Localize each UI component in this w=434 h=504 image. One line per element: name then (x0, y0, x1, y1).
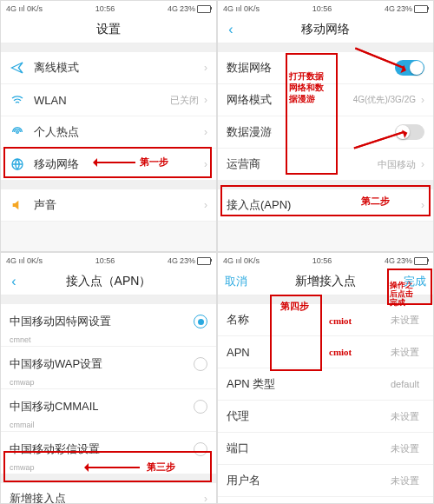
page-title: 设置 (1, 22, 216, 37)
status-bar: 4G ııl 0K/s 10:56 4G 23% (1, 1, 216, 17)
status-bar: 4G ııl 0K/s 10:56 4G 23% (218, 1, 433, 17)
radio-off[interactable] (194, 442, 207, 456)
row-hotspot[interactable]: 个人热点› (1, 116, 216, 149)
row-data-network[interactable]: 数据网络 (218, 52, 433, 84)
row-wlan[interactable]: WLAN已关闭› (1, 84, 216, 116)
apn-option-cmmail[interactable]: 中国移动CMMAILcmmail (1, 389, 216, 432)
nav-bar: ‹ 接入点（APN） (1, 269, 216, 295)
chevron-icon: › (421, 158, 424, 170)
field-password[interactable]: 密码未设置 (218, 497, 433, 504)
row-apn[interactable]: 接入点(APN)› (218, 189, 433, 222)
status-bar: 4G ııl 0K/s 10:56 4G 23% (1, 253, 216, 269)
arrow-1 (96, 162, 135, 163)
field-name[interactable]: 名称未设置 (218, 304, 433, 336)
svg-point-0 (16, 131, 19, 134)
nav-bar: ‹ 移动网络 (218, 17, 433, 43)
nav-bar: 取消 新增接入点 完成 (218, 269, 433, 295)
field-username[interactable]: 用户名未设置 (218, 465, 433, 497)
field-port[interactable]: 端口未设置 (218, 433, 433, 465)
page-title: 新增接入点 (218, 274, 433, 289)
row-airplane[interactable]: 离线模式› (1, 52, 216, 84)
radio-on[interactable] (194, 315, 207, 328)
cancel-button[interactable]: 取消 (225, 274, 247, 289)
page-title: 移动网络 (218, 22, 433, 37)
field-apn[interactable]: APN未设置 (218, 336, 433, 368)
chevron-icon: › (421, 94, 424, 106)
chevron-icon: › (421, 199, 424, 211)
pane-settings: 4G ııl 0K/s 10:56 4G 23% 设置 离线模式› WLAN已关… (0, 0, 217, 252)
row-add-apn[interactable]: 新增接入点› (1, 483, 216, 504)
row-network-mode[interactable]: 网络模式4G(优先)/3G/2G› (218, 84, 433, 116)
status-signal: 4G (6, 4, 16, 13)
row-mobile-network[interactable]: 移动网络› (1, 149, 216, 181)
row-sound[interactable]: 声音› (1, 189, 216, 222)
page-title: 接入点（APN） (1, 274, 216, 289)
field-apn-type[interactable]: APN 类型default (218, 368, 433, 401)
chevron-icon: › (204, 493, 207, 504)
pane-apn-list: 4G ııl 0K/s 10:56 4G 23% ‹ 接入点（APN） 中国移动… (0, 252, 217, 504)
status-speed: 0K/s (27, 4, 43, 13)
wifi-icon (10, 92, 25, 108)
arrow-3 (88, 467, 140, 468)
globe-icon (10, 156, 25, 172)
airplane-icon (10, 60, 25, 76)
nav-bar: 设置 (1, 17, 216, 43)
chevron-icon: › (204, 199, 207, 211)
apn-option-cmwap[interactable]: 中国移动WAP设置cmwap (1, 347, 216, 389)
chevron-icon: › (204, 126, 207, 138)
pane-add-apn: 4G ııl 0K/s 10:56 4G 23% 取消 新增接入点 完成 名称未… (217, 252, 434, 504)
back-button[interactable]: ‹ (1, 274, 27, 289)
back-button[interactable]: ‹ (218, 22, 244, 37)
chevron-icon: › (204, 158, 207, 170)
row-carrier[interactable]: 运营商中国移动› (218, 149, 433, 181)
hotspot-icon (10, 124, 25, 140)
done-button[interactable]: 完成 (404, 274, 426, 289)
apn-option-cmnet[interactable]: 中国移动因特网设置cmnet (1, 304, 216, 347)
pane-mobile-network: 4G ııl 0K/s 10:56 4G 23% ‹ 移动网络 数据网络 网络模… (217, 0, 434, 252)
radio-off[interactable] (194, 400, 207, 414)
radio-off[interactable] (194, 357, 207, 371)
status-time: 10:56 (43, 4, 168, 13)
sound-icon (10, 197, 25, 213)
field-proxy[interactable]: 代理未设置 (218, 401, 433, 433)
chevron-icon: › (204, 94, 207, 106)
status-bar: 4G ııl 0K/s 10:56 4G 23% (218, 253, 433, 269)
chevron-icon: › (204, 62, 207, 74)
